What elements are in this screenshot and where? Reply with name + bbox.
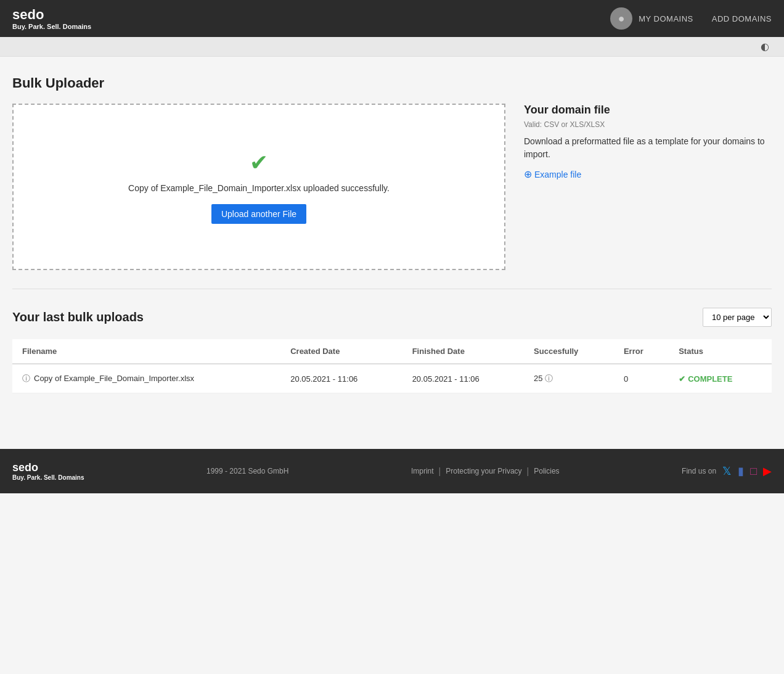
domain-file-description: Download a preformatted file as a templa… — [524, 135, 772, 161]
bulk-uploads-title: Your last bulk uploads — [12, 310, 144, 324]
upload-dropzone[interactable]: ✔ Copy of Example_File_Domain_Importer.x… — [12, 104, 505, 270]
file-info-icon: ⓘ — [22, 374, 30, 383]
col-status: Status — [669, 339, 772, 364]
theme-toggle-icon[interactable]: ◐ — [758, 40, 772, 54]
footer-tagline-prefix: Buy. Park. Sell. — [12, 474, 57, 481]
cell-finished-date: 20.05.2021 - 11:06 — [402, 364, 524, 393]
footer-copyright: 1999 - 2021 Sedo GmbH — [206, 467, 288, 475]
facebook-icon[interactable]: ▮ — [738, 464, 744, 478]
footer-logo: sedo Buy. Park. Sell. Domains — [12, 461, 84, 481]
table-header-row: Filename Created Date Finished Date Succ… — [12, 339, 772, 364]
uploads-table: Filename Created Date Finished Date Succ… — [12, 339, 772, 393]
footer-tagline-suffix: Domains — [58, 474, 84, 481]
col-successfully: Succesfully — [524, 339, 614, 364]
twitter-icon[interactable]: 𝕏 — [722, 464, 732, 478]
cell-error: 0 — [614, 364, 669, 393]
instagram-icon[interactable]: □ — [750, 465, 757, 478]
valid-formats-text: Valid: CSV or XLS/XLSX — [524, 120, 772, 129]
footer-separator-1: | — [439, 466, 441, 476]
main-content: Bulk Uploader ✔ Copy of Example_File_Dom… — [0, 57, 784, 412]
logo-tagline: Buy. Park. Sell. Domains — [12, 23, 610, 30]
cell-filename: ⓘCopy of Example_File_Domain_Importer.xl… — [12, 364, 280, 393]
user-avatar[interactable]: ● — [610, 7, 632, 30]
domain-file-title: Your domain file — [524, 104, 772, 117]
per-page-select[interactable]: 10 per page 5 per page 25 per page 50 pe… — [703, 308, 772, 327]
table-header: Filename Created Date Finished Date Succ… — [12, 339, 772, 364]
tagline-suffix: Domains — [63, 23, 91, 30]
header-nav: MY DOMAINS ADD DOMAINS — [639, 14, 772, 23]
cell-successfully: 25 ⓘ — [524, 364, 614, 393]
success-checkmark-icon: ✔ — [250, 150, 268, 176]
cell-status: ✔COMPLETE — [669, 364, 772, 393]
youtube-icon[interactable]: ▶ — [763, 464, 772, 478]
footer-link-privacy[interactable]: Protecting your Privacy — [446, 467, 521, 475]
table-body: ⓘCopy of Example_File_Domain_Importer.xl… — [12, 364, 772, 393]
col-filename: Filename — [12, 339, 280, 364]
col-error: Error — [614, 339, 669, 364]
section-divider — [12, 289, 772, 289]
col-finished-date: Finished Date — [402, 339, 524, 364]
footer-tagline: Buy. Park. Sell. Domains — [12, 474, 84, 481]
uploaded-filename: Copy of Example_File_Domain_Importer.xls… — [128, 183, 390, 193]
table-row: ⓘCopy of Example_File_Domain_Importer.xl… — [12, 364, 772, 393]
uploader-section: ✔ Copy of Example_File_Domain_Importer.x… — [12, 104, 772, 270]
cell-created-date: 20.05.2021 - 11:06 — [280, 364, 402, 393]
footer-link-policies[interactable]: Policies — [534, 467, 559, 475]
main-header: sedo Buy. Park. Sell. Domains ● MY DOMAI… — [0, 0, 784, 37]
info-icon[interactable]: ⓘ — [545, 374, 553, 383]
social-label: Find us on — [682, 467, 716, 475]
upload-another-button[interactable]: Upload another File — [211, 204, 306, 224]
check-icon: ✔ — [679, 374, 685, 384]
nav-my-domains[interactable]: MY DOMAINS — [639, 14, 693, 23]
footer-logo-text: sedo — [12, 461, 84, 474]
bulk-uploads-header: Your last bulk uploads 10 per page 5 per… — [12, 308, 772, 327]
footer-links: Imprint | Protecting your Privacy | Poli… — [411, 466, 560, 476]
footer: sedo Buy. Park. Sell. Domains 1999 - 202… — [0, 449, 784, 493]
nav-add-domains[interactable]: ADD DOMAINS — [712, 14, 772, 23]
example-file-link[interactable]: ⊕ Example file — [524, 168, 772, 180]
domain-file-sidebar: Your domain file Valid: CSV or XLS/XLSX … — [524, 104, 772, 180]
example-file-label: Example file — [534, 170, 581, 179]
header-logo: sedo Buy. Park. Sell. Domains — [12, 7, 610, 30]
logo-text: sedo — [12, 7, 610, 23]
footer-link-imprint[interactable]: Imprint — [411, 467, 434, 475]
tagline-prefix: Buy. Park. Sell. — [12, 23, 61, 30]
footer-social: Find us on 𝕏 ▮ □ ▶ — [682, 464, 772, 478]
theme-bar: ◐ — [0, 37, 784, 57]
page-title: Bulk Uploader — [12, 75, 772, 91]
status-complete-badge: ✔COMPLETE — [679, 374, 762, 384]
footer-separator-2: | — [527, 466, 529, 476]
download-circle-icon: ⊕ — [524, 168, 532, 180]
col-created-date: Created Date — [280, 339, 402, 364]
